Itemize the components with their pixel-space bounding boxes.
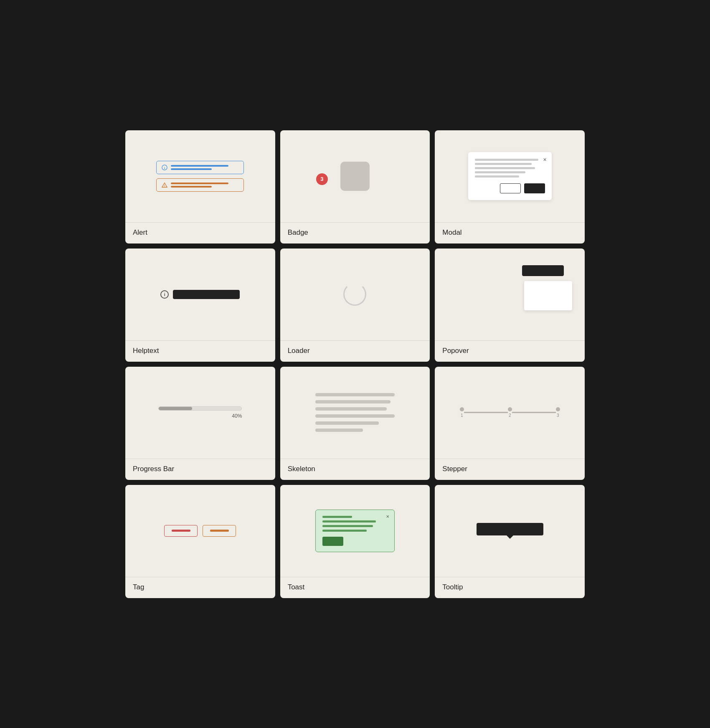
toast-preview: × [280, 485, 430, 577]
tooltip-arrow [507, 535, 513, 539]
modal-line-2 [475, 163, 532, 165]
alert-warning: ! [156, 178, 244, 192]
alert-preview: i ! [125, 130, 275, 222]
helptext-bar [173, 290, 240, 299]
helptext-example: i [160, 290, 240, 299]
stepper-card: 1 2 3 Stepper [435, 367, 585, 480]
skeleton-line-1 [315, 393, 395, 396]
step-connector-1 [464, 412, 508, 413]
helptext-preview: i [125, 249, 275, 340]
tooltip-card: Tooltip [435, 485, 585, 598]
tag-red [164, 525, 198, 537]
loader-card: Loader [280, 249, 430, 362]
skeleton-line-6 [315, 429, 363, 432]
alert-info-lines [171, 165, 238, 170]
badge-example: 3 [340, 162, 370, 191]
alert-info: i [156, 161, 244, 174]
popover-trigger-button[interactable] [522, 265, 564, 276]
progress-track [158, 406, 242, 411]
loader-spinner [343, 283, 366, 306]
modal-confirm-button[interactable] [524, 183, 545, 193]
badge-label: Badge [280, 222, 430, 244]
alert-label: Alert [125, 222, 275, 244]
popover-card: Popover [435, 249, 585, 362]
progress-bar-preview: 40% [125, 367, 275, 459]
stepper-example: 1 2 3 [460, 407, 560, 418]
toast-label: Toast [280, 577, 430, 598]
stepper-step-2: 2 [508, 407, 512, 418]
badge-card: 3 Badge [280, 130, 430, 244]
component-grid: i ! [125, 130, 585, 598]
progress-bar-label: Progress Bar [125, 459, 275, 480]
tag-label: Tag [125, 577, 275, 598]
stepper-label: Stepper [435, 459, 585, 480]
modal-close-icon: × [543, 156, 546, 163]
modal-buttons [475, 183, 545, 193]
tag-preview [125, 485, 275, 577]
modal-line-4 [475, 171, 526, 173]
tooltip-label: Tooltip [435, 577, 585, 598]
skeleton-line-2 [315, 400, 391, 403]
modal-content-lines [475, 159, 538, 178]
tag-card: Tag [125, 485, 275, 598]
step-dot-3 [556, 407, 560, 411]
alert-line-4 [171, 186, 211, 188]
toast-action-button[interactable] [322, 537, 343, 546]
modal-cancel-button[interactable] [500, 183, 521, 193]
popover-label: Popover [435, 340, 585, 362]
skeleton-example [315, 393, 395, 432]
svg-text:i: i [164, 166, 165, 170]
progress-fill [159, 407, 192, 410]
warning-icon: ! [162, 182, 167, 188]
alert-examples: i ! [156, 161, 244, 192]
helptext-info-icon: i [160, 290, 169, 299]
progress-bar-card: 40% Progress Bar [125, 367, 275, 480]
tag-examples [164, 525, 236, 537]
badge-count: 3 [316, 173, 328, 185]
toast-line-2 [322, 520, 376, 523]
stepper-step-3: 3 [556, 407, 560, 418]
tag-red-inner [172, 530, 190, 532]
tooltip-preview [435, 485, 585, 577]
skeleton-card: Skeleton [280, 367, 430, 480]
toast-line-3 [322, 525, 373, 527]
progress-bar-example: 40% [158, 406, 242, 419]
modal-card: × Modal [435, 130, 585, 244]
modal-line-1 [475, 159, 538, 161]
stepper-step-1: 1 [460, 407, 464, 418]
tooltip-box [477, 523, 543, 535]
tooltip-example [477, 523, 543, 539]
step-connector-2 [512, 412, 556, 413]
alert-line-3 [171, 183, 228, 184]
popover-preview [435, 249, 585, 340]
loader-preview [280, 249, 430, 340]
modal-line-3 [475, 167, 535, 169]
tag-orange [203, 525, 236, 537]
svg-text:!: ! [164, 184, 165, 187]
alert-line-1 [171, 165, 228, 167]
loader-label: Loader [280, 340, 430, 362]
helptext-label: Helptext [125, 340, 275, 362]
alert-card: i ! [125, 130, 275, 244]
stepper-preview: 1 2 3 [435, 367, 585, 459]
toast-content-lines [322, 516, 382, 532]
alert-line-2 [171, 168, 211, 170]
popover-box [524, 281, 572, 310]
toast-line-4 [322, 530, 367, 532]
step-dot-1 [460, 407, 464, 411]
helptext-card: i Helptext [125, 249, 275, 362]
step-label-2: 2 [509, 413, 511, 418]
info-icon: i [162, 165, 167, 170]
skeleton-preview [280, 367, 430, 459]
toast-close-icon: × [386, 513, 389, 520]
modal-label: Modal [435, 222, 585, 244]
step-label-3: 3 [557, 413, 559, 418]
step-label-1: 1 [461, 413, 463, 418]
modal-preview: × [435, 130, 585, 222]
helptext-icon-label: i [164, 292, 165, 297]
toast-card: × Toast [280, 485, 430, 598]
step-dot-2 [508, 407, 512, 411]
tag-orange-inner [210, 530, 229, 532]
toast-line-1 [322, 516, 352, 518]
modal-line-5 [475, 175, 519, 178]
